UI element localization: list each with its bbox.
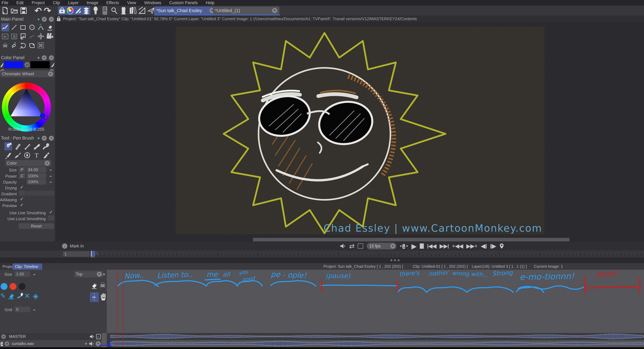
- menu-effects[interactable]: Effects: [106, 1, 119, 5]
- swap-colors-icon[interactable]: ⇄: [24, 62, 30, 67]
- mark-in-icon[interactable]: ↓: [62, 243, 67, 249]
- track-dot[interactable]: [85, 343, 87, 345]
- panel-dot[interactable]: [38, 137, 40, 139]
- tab-sun-talk[interactable]: *Sun talk_Chad Essley ✕: [154, 7, 217, 15]
- color-dot-red[interactable]: [10, 283, 16, 290]
- canvas-viewport[interactable]: Chad Essley | www.CartoonMonkey.com: [176, 27, 544, 234]
- remote-control-icon[interactable]: [101, 6, 109, 15]
- new-project-icon[interactable]: [1, 6, 9, 15]
- line-smoothing-checkbox[interactable]: ✓: [49, 209, 53, 215]
- tool-panel-icon[interactable]: [74, 6, 82, 15]
- menu-windows[interactable]: Windows: [144, 1, 161, 5]
- flipbook-icon[interactable]: [358, 243, 363, 249]
- grid-field[interactable]: [14, 307, 30, 312]
- timeline-splitter[interactable]: [0, 257, 644, 263]
- lock-icon[interactable]: [57, 16, 61, 22]
- opacity-stepper[interactable]: ◂▸: [49, 180, 52, 184]
- oil-brush-tool[interactable]: [42, 142, 50, 150]
- fps-dropdown[interactable]: 15 fps ▼: [367, 243, 396, 249]
- color-dot-blue[interactable]: [0, 283, 8, 290]
- line-tool[interactable]: [10, 23, 18, 31]
- grid-stepper[interactable]: ◂▸: [33, 308, 35, 311]
- delete-all-skull-icon[interactable]: ☠: [100, 281, 106, 289]
- secondary-color-swatch[interactable]: [30, 61, 50, 68]
- camera-tool[interactable]: [46, 32, 54, 40]
- playhead-marker[interactable]: [91, 251, 95, 256]
- open-project-icon[interactable]: [10, 6, 18, 15]
- menu-custom-panels[interactable]: Custom Panels: [169, 1, 198, 5]
- crayon-tool[interactable]: [14, 142, 22, 150]
- timeline-notes-area[interactable]: Now.. Listen to.. me all you good pe - o…: [107, 270, 644, 333]
- freehand-tool[interactable]: [1, 23, 9, 31]
- color-panel-icon[interactable]: [66, 6, 74, 15]
- panel-dot[interactable]: [38, 57, 40, 59]
- previous-frame-icon[interactable]: ◀||: [480, 243, 486, 249]
- menu-help[interactable]: Help: [206, 1, 214, 5]
- pan-hand-icon[interactable]: [100, 293, 106, 301]
- text-tool[interactable]: T: [33, 151, 40, 159]
- expand-icon[interactable]: +: [5, 341, 9, 346]
- gradient-preview[interactable]: [26, 191, 54, 196]
- power-field[interactable]: [26, 173, 46, 179]
- size-pressure-toggle[interactable]: P: [19, 167, 25, 172]
- menu-project[interactable]: Project: [32, 1, 45, 5]
- clear-eraser-icon[interactable]: [91, 282, 98, 289]
- page-turn-tool[interactable]: [28, 41, 36, 49]
- light-table-icon[interactable]: [92, 6, 100, 15]
- magnifier-icon[interactable]: [110, 6, 118, 15]
- curve-tool[interactable]: [37, 23, 45, 31]
- menu-file[interactable]: File: [2, 1, 8, 5]
- track-speaker-icon[interactable]: [89, 341, 94, 346]
- timeline-size-stepper[interactable]: ◂▸: [33, 272, 35, 276]
- opacity-field[interactable]: [26, 179, 46, 185]
- layer-position-dropdown[interactable]: Top ▼: [74, 271, 103, 277]
- wheel-mode-dropdown[interactable]: Chromatic Wheel ▼: [0, 71, 54, 77]
- main-panel-icon[interactable]: [58, 6, 66, 15]
- add-frame-after-icon[interactable]: ▶▶+: [466, 243, 477, 249]
- pattern-selection-tool[interactable]: [37, 41, 45, 49]
- bookmark-pin-icon[interactable]: [499, 243, 504, 249]
- ring-selector[interactable]: [44, 116, 48, 120]
- circle-tool[interactable]: [28, 23, 36, 31]
- ruler-tools-icon[interactable]: [138, 6, 146, 15]
- menu-edit[interactable]: Edit: [16, 1, 24, 5]
- panel-dot[interactable]: [38, 18, 40, 20]
- collapse-icon[interactable]: ▼: [42, 136, 47, 141]
- menu-layer[interactable]: Layer: [68, 1, 79, 5]
- layers-panel-icon[interactable]: [82, 6, 90, 15]
- blend-tool[interactable]: [23, 151, 31, 159]
- note-eraser-tool[interactable]: [8, 293, 15, 299]
- note-pencil-tool[interactable]: ✎: [0, 292, 6, 300]
- cut-selection-tool[interactable]: ✂: [1, 32, 9, 40]
- stop-icon[interactable]: [420, 243, 424, 249]
- close-icon[interactable]: ✕: [49, 136, 54, 141]
- tab-clip-timeline[interactable]: Clip: Timeline: [12, 263, 42, 270]
- audio-file-icon[interactable]: ♪: [96, 334, 101, 339]
- drying-checkbox[interactable]: ✓: [20, 184, 24, 190]
- play-icon[interactable]: ▶: [412, 242, 416, 250]
- menu-clip[interactable]: Clip: [53, 1, 60, 5]
- move-tool[interactable]: [37, 32, 45, 40]
- eyedropper-b-icon[interactable]: [51, 61, 54, 67]
- close-icon[interactable]: ✕: [49, 55, 54, 60]
- collapse-icon[interactable]: ▼: [42, 17, 47, 22]
- timeline-size-field[interactable]: [14, 271, 30, 277]
- fishbone-tool[interactable]: [28, 32, 36, 40]
- expand-icon[interactable]: +: [1, 334, 6, 339]
- chalk-tool[interactable]: [23, 142, 31, 150]
- aaliasing-checkbox[interactable]: ✓: [20, 196, 24, 202]
- delete-skull-tool[interactable]: ☠: [1, 41, 9, 49]
- frame-ruler[interactable]: [96, 251, 644, 257]
- size-field[interactable]: [26, 167, 46, 172]
- reset-button[interactable]: Reset: [18, 223, 54, 229]
- power-stepper[interactable]: ◂▸: [49, 174, 52, 178]
- selection-tool[interactable]: S: [10, 32, 18, 40]
- paste-tool[interactable]: [19, 32, 27, 40]
- waveform-area[interactable]: [107, 333, 644, 347]
- menu-image[interactable]: Image: [86, 1, 98, 5]
- magic-hat-icon[interactable]: [120, 6, 128, 15]
- cutter-tool[interactable]: [42, 151, 50, 159]
- tab-close-icon[interactable]: ✕: [272, 8, 277, 13]
- fill-tool[interactable]: [46, 23, 54, 31]
- note-delete-tool[interactable]: ✕: [24, 292, 30, 300]
